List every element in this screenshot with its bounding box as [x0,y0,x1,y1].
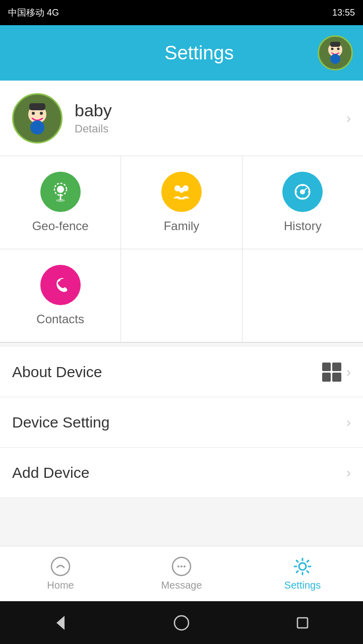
svg-point-21 [301,197,304,199]
grid-section: Geo-fence Family [0,156,363,343]
svg-point-26 [177,565,179,567]
svg-rect-10 [29,103,45,110]
about-device-label: About Device [12,364,322,381]
back-button[interactable] [48,610,73,635]
device-setting-label: Device Setting [12,414,346,431]
grid-cell-contacts[interactable]: Contacts [0,249,121,342]
svg-rect-32 [297,618,308,628]
svg-point-31 [174,616,189,630]
svg-point-23 [308,191,310,193]
home-button[interactable] [169,610,194,635]
settings-label: Settings [284,580,321,591]
chevron-right-icon: › [346,110,351,126]
recent-button[interactable] [290,610,315,635]
svg-point-29 [299,563,306,570]
profile-row[interactable]: baby Details › [0,81,363,156]
home-icon [50,556,71,577]
svg-point-12 [57,186,64,193]
family-icon-circle [161,172,202,212]
history-label: History [284,219,322,233]
svg-point-20 [301,184,304,186]
device-setting-item[interactable]: Device Setting › [0,397,363,448]
grid-cell-empty-2 [243,249,363,342]
about-device-chevron: › [346,364,351,380]
family-label: Family [164,219,200,233]
svg-point-22 [295,191,297,193]
list-section: About Device › Device Setting › Add Devi… [0,347,363,498]
history-icon [291,180,314,203]
svg-point-24 [51,557,70,576]
svg-point-3 [337,48,340,50]
grid-row-1: Geo-fence Family [0,156,363,249]
status-bar: 中国移动 4G 13:55 [0,0,363,25]
settings-icon [292,556,313,577]
carrier-text: 中国移动 4G [8,7,59,19]
grid-row-2: Contacts [0,249,363,342]
avatar[interactable] [318,35,353,70]
geo-fence-icon [49,180,72,203]
qr-icon [322,363,341,382]
nav-item-settings[interactable]: Settings [242,546,363,601]
nav-item-message[interactable]: Message [121,546,242,601]
profile-name: baby [75,101,346,120]
svg-rect-4 [330,42,340,47]
grid-cell-family[interactable]: Family [121,156,242,249]
nav-item-home[interactable]: Home [0,546,121,601]
profile-avatar [12,93,63,144]
device-setting-chevron: › [346,414,351,431]
grid-cell-history[interactable]: History [243,156,363,249]
svg-point-17 [179,188,184,193]
geo-fence-label: Geo-fence [32,219,89,233]
about-device-item[interactable]: About Device › [0,347,363,397]
profile-details: Details [75,122,346,135]
svg-marker-30 [56,616,65,630]
svg-point-28 [184,565,186,567]
svg-point-2 [331,48,334,50]
add-device-item[interactable]: Add Device › [0,448,363,498]
page-title: Settings [81,42,318,64]
svg-point-27 [180,565,183,567]
time-text: 13:55 [332,8,355,18]
profile-avatar-icon [17,98,57,138]
contacts-label: Contacts [36,312,84,326]
add-device-chevron: › [346,465,351,481]
geo-fence-icon-circle [40,172,81,212]
message-label: Message [161,580,202,591]
bottom-nav: Home Message Settings [0,546,363,601]
about-device-right: › [322,363,351,382]
android-nav-bar [0,601,363,644]
home-label: Home [47,580,74,591]
svg-point-11 [30,120,44,134]
contacts-icon [49,273,72,297]
grid-cell-empty-1 [121,249,242,342]
app-bar: Settings [0,25,363,81]
add-device-label: Add Device [12,464,346,481]
family-icon [170,180,193,203]
svg-point-8 [32,112,35,115]
message-icon [171,556,192,577]
svg-point-5 [330,54,340,64]
svg-point-9 [40,112,43,115]
grid-cell-geo-fence[interactable]: Geo-fence [0,156,121,249]
history-icon-circle [282,172,323,212]
avatar-icon [320,38,350,68]
contacts-icon-circle [40,265,81,305]
svg-point-13 [56,199,65,202]
profile-info: baby Details [75,101,346,135]
